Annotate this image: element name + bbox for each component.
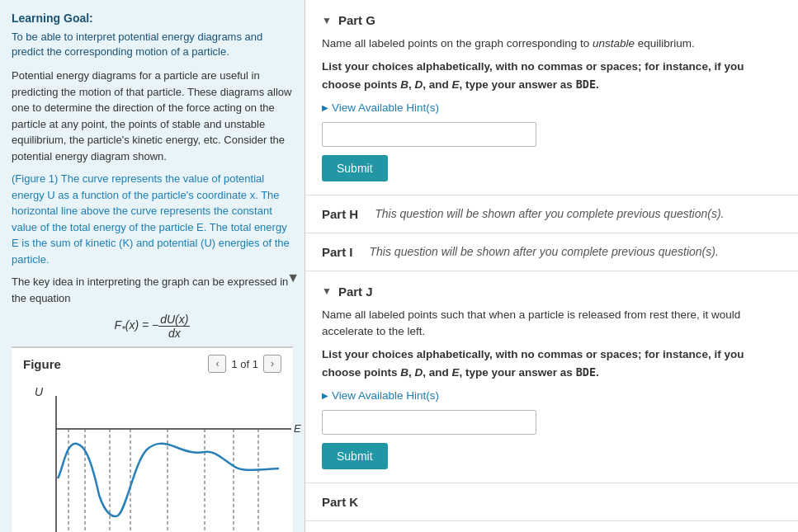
part-g-note: List your choices alphabetically, with n… [322, 59, 781, 93]
graph-container: U E x A B [23, 379, 304, 532]
part-j-answer-input[interactable] [322, 410, 536, 435]
part-h-section: Part H This question will be shown after… [305, 195, 798, 233]
learning-goal-desc: To be able to interpret potential energy… [12, 30, 293, 59]
part-j-note: List your choices alphabetically, with n… [322, 346, 781, 381]
part-h-pending: This question will be shown after you co… [375, 207, 724, 220]
part-g-label: Part G [338, 13, 375, 27]
part-g-question: Name all labeled points on the graph cor… [322, 35, 781, 52]
equation: F*(x) = −dU(x)dx [12, 313, 293, 340]
paragraph-1: Potential energy diagrams for a particle… [12, 68, 293, 164]
part-i-label: Part I [322, 245, 353, 259]
right-panel: ▼ Part G Name all labeled points on the … [305, 0, 798, 532]
part-i-section: Part I This question will be shown after… [305, 233, 798, 271]
next-figure-button[interactable]: › [263, 355, 281, 373]
figure-count: 1 of 1 [231, 358, 258, 370]
figure-section: Figure ‹ 1 of 1 › U E x [12, 346, 293, 532]
part-j-header: ▼ Part J [322, 285, 781, 299]
potential-energy-graph: U E x A B [23, 379, 304, 532]
figure-header: Figure ‹ 1 of 1 › [23, 355, 281, 373]
left-panel: Learning Goal: To be able to interpret p… [0, 0, 305, 532]
part-k-section: Part K [305, 483, 798, 521]
figure-title: Figure [23, 357, 61, 371]
part-j-submit-button[interactable]: Submit [322, 443, 388, 469]
part-j-question: Name all labeled points such that when a… [322, 307, 781, 341]
svg-text:U: U [35, 385, 44, 398]
learning-goal-title: Learning Goal: [12, 12, 293, 25]
paragraph-3: The key idea in interpreting the graph c… [12, 274, 293, 306]
part-g-section: ▼ Part G Name all labeled points on the … [305, 0, 798, 195]
part-g-header: ▼ Part G [322, 13, 781, 27]
collapse-arrow[interactable]: ▼ [286, 271, 300, 285]
part-g-collapse-icon[interactable]: ▼ [322, 15, 332, 26]
part-j-collapse-icon[interactable]: ▼ [322, 285, 332, 297]
part-j-label: Part J [338, 285, 373, 299]
part-h-label: Part H [322, 207, 358, 221]
svg-text:E: E [294, 422, 301, 435]
part-j-section: ▼ Part J Name all labeled points such th… [305, 271, 798, 483]
part-i-pending: This question will be shown after you co… [370, 245, 719, 258]
part-g-view-hint[interactable]: View Available Hint(s) [322, 101, 439, 114]
part-j-view-hint[interactable]: View Available Hint(s) [322, 389, 439, 402]
part-g-answer-input[interactable] [322, 122, 536, 147]
part-k-label: Part K [322, 495, 358, 509]
paragraph-2: (Figure 1) The curve represents the valu… [12, 171, 293, 267]
figure-nav: ‹ 1 of 1 › [208, 355, 281, 373]
part-g-submit-button[interactable]: Submit [322, 155, 388, 181]
prev-figure-button[interactable]: ‹ [208, 355, 226, 373]
